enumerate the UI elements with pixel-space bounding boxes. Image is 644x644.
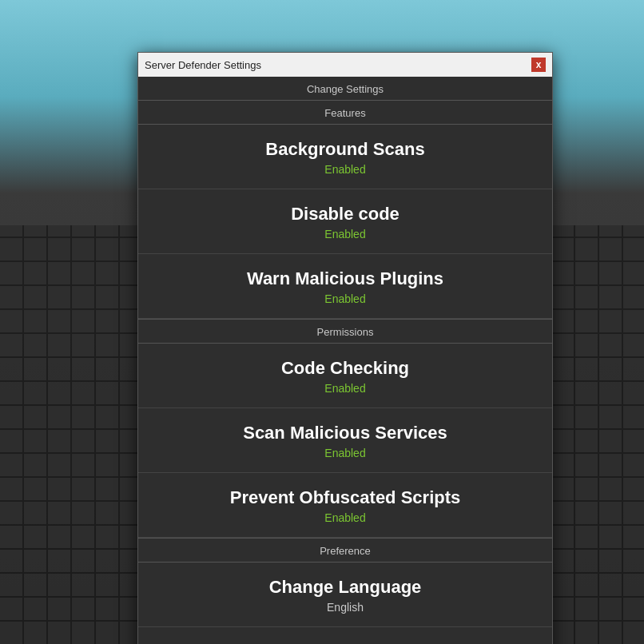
permissions-section-label: Permissions — [138, 320, 552, 343]
disable-code-value: Enabled — [146, 228, 544, 241]
change-language-label: Change Language — [146, 577, 544, 598]
change-language-value: English — [146, 601, 544, 614]
preference-section-label: Preference — [138, 539, 552, 562]
code-checking-item[interactable]: Code Checking Enabled — [138, 344, 552, 408]
code-checking-value: Enabled — [146, 382, 544, 395]
close-button[interactable]: x — [531, 58, 546, 72]
permissions-section: Permissions Code Checking Enabled Scan M… — [138, 320, 552, 539]
code-checking-label: Code Checking — [146, 358, 544, 379]
warn-malicious-plugins-label: Warn Malicious Plugins — [146, 268, 544, 289]
display-item[interactable]: Display Colorful — [138, 627, 552, 644]
scan-malicious-services-item[interactable]: Scan Malicious Services Enabled — [138, 408, 552, 473]
dialog-body: Change Settings Features Background Scan… — [138, 77, 552, 644]
main-header: Change Settings — [138, 77, 552, 100]
settings-dialog: Server Defender Settings x Change Settin… — [137, 52, 553, 644]
warn-malicious-plugins-value: Enabled — [146, 292, 544, 305]
prevent-obfuscated-scripts-value: Enabled — [146, 511, 544, 524]
background-scans-item[interactable]: Background Scans Enabled — [138, 125, 552, 189]
scan-malicious-services-value: Enabled — [146, 447, 544, 459]
background-scans-value: Enabled — [146, 163, 544, 176]
disable-code-item[interactable]: Disable code Enabled — [138, 189, 552, 254]
features-section-label: Features — [138, 101, 552, 124]
disable-code-label: Disable code — [146, 204, 544, 225]
prevent-obfuscated-scripts-label: Prevent Obfuscated Scripts — [146, 487, 544, 508]
scan-malicious-services-label: Scan Malicious Services — [146, 423, 544, 443]
features-section: Features Background Scans Enabled Disabl… — [138, 101, 552, 320]
title-bar: Server Defender Settings x — [138, 53, 552, 77]
background-scans-label: Background Scans — [146, 139, 544, 160]
dialog-title: Server Defender Settings — [145, 59, 261, 71]
warn-malicious-plugins-item[interactable]: Warn Malicious Plugins Enabled — [138, 254, 552, 319]
preference-section: Preference Change Language English Displ… — [138, 539, 552, 644]
prevent-obfuscated-scripts-item[interactable]: Prevent Obfuscated Scripts Enabled — [138, 473, 552, 538]
change-language-item[interactable]: Change Language English — [138, 563, 552, 627]
